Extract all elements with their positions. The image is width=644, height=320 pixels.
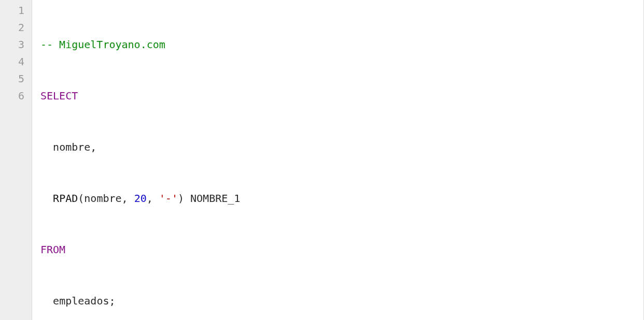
line-number: 6 [5,88,24,105]
line-number: 3 [5,36,24,53]
sql-string: '-' [159,192,178,205]
line-number: 4 [5,53,24,70]
code-line: empleados; [40,293,638,310]
sql-identifier: nombre, [53,141,96,153]
code-line: FROM [40,241,638,258]
sql-comment: -- MiguelTroyano.com [40,38,165,51]
line-number: 5 [5,70,24,88]
code-line: -- MiguelTroyano.com [40,36,638,53]
sql-editor[interactable]: 1 2 3 4 5 6 -- MiguelTroyano.com SELECT … [0,0,644,320]
sql-keyword: FROM [40,243,65,256]
line-number: 2 [5,19,24,36]
sql-number: 20 [134,192,147,205]
sql-function: RPAD [53,192,78,205]
sql-keyword: SELECT [40,90,78,102]
code-line: RPAD(nombre, 20, '-') NOMBRE_1 [40,190,638,207]
code-line: nombre, [40,139,638,156]
code-line: SELECT [40,88,638,105]
line-number: 1 [5,2,24,19]
editor-gutter: 1 2 3 4 5 6 [0,0,32,320]
sql-identifier: empleados; [53,295,115,307]
editor-code-area[interactable]: -- MiguelTroyano.com SELECT nombre, RPAD… [32,0,643,320]
